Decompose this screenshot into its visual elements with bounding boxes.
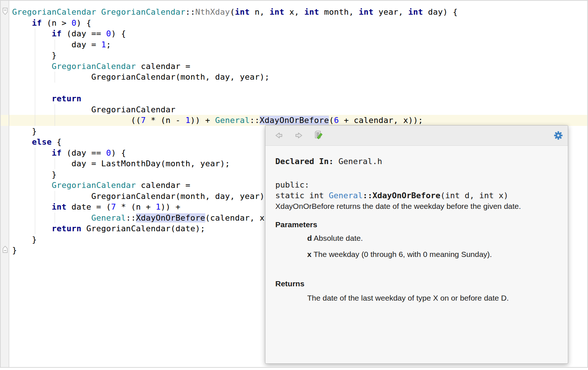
code-token: date = (	[67, 202, 111, 211]
code-token: (calendar, x);	[205, 213, 275, 222]
code-token: General	[91, 213, 126, 222]
code-token: GregorianCalendar	[52, 181, 136, 190]
code-token: GregorianCalendar	[52, 62, 136, 71]
code-token	[12, 202, 52, 211]
code-token	[12, 224, 52, 233]
code-token: calendar =	[136, 62, 191, 71]
code-token: (day ==	[62, 29, 106, 38]
indent-guide	[35, 28, 35, 126]
code-token: (	[230, 7, 235, 17]
code-line[interactable]: return	[9, 93, 587, 104]
gutter-current-line-highlight	[1, 115, 8, 126]
edit-source-icon	[313, 130, 324, 141]
code-token: (	[329, 116, 334, 125]
code-token: 1	[101, 40, 106, 49]
code-token: int	[304, 7, 319, 17]
code-token: (n >	[42, 18, 71, 28]
code-line[interactable]: }	[9, 50, 587, 61]
code-token: month,	[319, 7, 359, 17]
code-token	[12, 213, 91, 222]
access-specifier: public:	[275, 179, 561, 190]
forward-button[interactable]	[294, 130, 304, 141]
code-token: int	[52, 202, 67, 211]
indent-guide	[55, 39, 55, 50]
indent-guide	[55, 191, 55, 202]
code-token: (day ==	[62, 148, 106, 157]
function-signature: static int General::XdayOnOrBefore(int d…	[275, 190, 561, 201]
code-token: 1	[185, 116, 191, 125]
code-token: GregorianCalendar	[12, 7, 96, 17]
code-token: GregorianCalendar	[101, 7, 185, 17]
code-token: * (n +	[116, 202, 156, 211]
returns-description: The date of the last weekday of type X o…	[307, 293, 561, 303]
code-token: }	[12, 127, 37, 136]
code-token: ::	[185, 7, 195, 17]
code-line[interactable]: if (day == 0) {	[9, 28, 587, 39]
code-token: ::	[126, 213, 136, 222]
code-token: ) {	[111, 148, 126, 157]
code-line[interactable]: GregorianCalendar calendar =	[9, 61, 587, 72]
code-token: int	[408, 7, 423, 17]
code-token: }	[12, 235, 37, 244]
code-token: 0	[71, 18, 77, 28]
code-token: x,	[284, 7, 304, 17]
code-token: else	[32, 137, 52, 146]
code-token: GregorianCalendar(month, day, year);	[12, 72, 269, 81]
parameter-description: Absolute date.	[312, 234, 363, 242]
back-button[interactable]	[274, 130, 284, 141]
fold-collapse-end-icon[interactable]	[2, 244, 8, 254]
indent-guide	[55, 213, 55, 224]
code-line[interactable]: GregorianCalendar(month, day, year);	[9, 72, 587, 83]
code-token: NthXday	[195, 7, 230, 17]
parameter-x: x The weekday (0 through 6, with 0 meani…	[307, 250, 561, 259]
declared-in-label: Declared In:	[275, 157, 334, 166]
indent-guide	[55, 104, 55, 126]
parameter-d: d Absolute date.	[307, 233, 561, 243]
code-token: {	[52, 137, 62, 146]
code-token: }	[12, 170, 57, 179]
code-token: + calendar, x));	[339, 116, 423, 125]
indent-guide	[55, 72, 55, 83]
code-line[interactable]: if (n > 0) {	[9, 18, 587, 29]
code-line-current[interactable]: ((7 * (n - 1)) + General::XdayOnOrBefore…	[9, 115, 587, 126]
code-token: int	[359, 7, 374, 17]
code-token: if	[52, 29, 62, 38]
doc-popup-content: Declared In: General.h public: static in…	[265, 146, 568, 303]
settings-gear-icon	[554, 131, 563, 140]
code-token	[12, 148, 52, 157]
code-token: ::	[250, 116, 260, 125]
fold-collapse-icon[interactable]	[2, 7, 8, 17]
code-token: GregorianCalendar(month, day, year);	[12, 192, 269, 201]
code-token: )) +	[190, 116, 215, 125]
code-token: GregorianCalendar(date);	[81, 224, 205, 233]
code-token: XdayOnOrBefore	[136, 213, 205, 222]
code-token: ((	[12, 116, 141, 125]
code-token	[12, 94, 52, 103]
code-token: static int	[275, 191, 329, 200]
code-line[interactable]: day = 1;	[9, 39, 587, 50]
code-token: )) +	[161, 202, 180, 211]
ide-editor-window: GregorianCalendar GregorianCalendar::Nth…	[0, 0, 588, 368]
code-token: }	[12, 51, 57, 60]
doc-popup-toolbar	[265, 126, 568, 146]
settings-button[interactable]	[553, 130, 563, 141]
code-token: if	[52, 148, 62, 157]
indent-guide	[35, 148, 35, 234]
code-token	[12, 18, 32, 28]
back-arrow-icon	[275, 131, 283, 139]
doc-type-link[interactable]: General	[329, 191, 363, 200]
quick-documentation-popup: Declared In: General.h public: static in…	[265, 125, 568, 364]
code-token: 0	[106, 29, 111, 38]
code-token: ) {	[77, 18, 92, 28]
code-token	[12, 137, 32, 146]
code-token: int	[269, 7, 284, 17]
code-token: XdayOnOrBefore	[260, 116, 329, 125]
code-token: 7	[111, 202, 116, 211]
code-token: day =	[12, 40, 101, 49]
code-line[interactable]: GregorianCalendar GregorianCalendar::Nth…	[9, 7, 587, 18]
edit-source-button[interactable]	[313, 130, 324, 141]
code-line[interactable]: GregorianCalendar	[9, 104, 587, 115]
code-token: 7	[141, 116, 146, 125]
code-line[interactable]	[9, 83, 587, 94]
code-token	[12, 29, 52, 38]
